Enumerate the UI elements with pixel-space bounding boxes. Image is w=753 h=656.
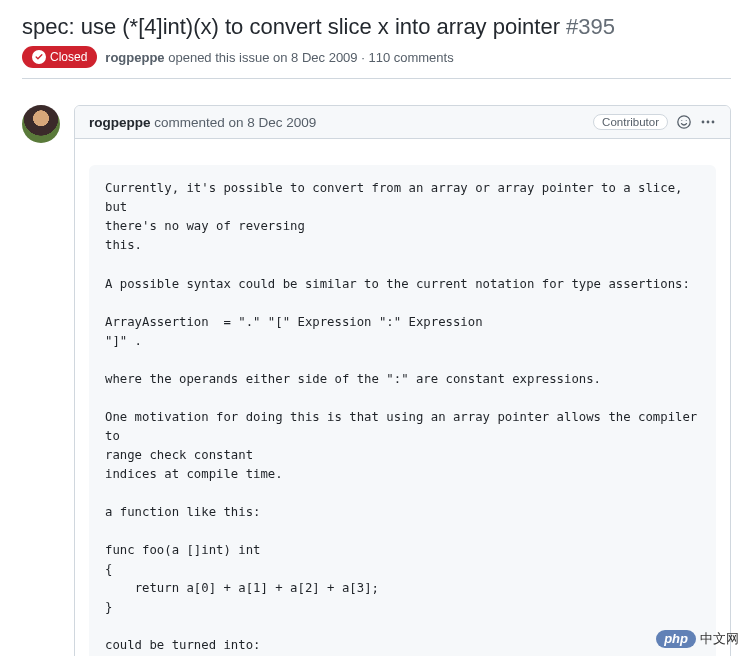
- issue-state-badge: Closed: [22, 46, 97, 68]
- issue-byline: rogpeppe opened this issue on 8 Dec 2009…: [105, 50, 453, 65]
- svg-point-0: [678, 116, 690, 128]
- issue-comment-count: 110 comments: [368, 50, 453, 65]
- svg-point-2: [686, 120, 687, 121]
- svg-point-3: [702, 121, 705, 124]
- react-icon[interactable]: [676, 114, 692, 130]
- comment-body: Currently, it's possible to convert from…: [75, 139, 730, 656]
- comment-header: rogpeppe commented on 8 Dec 2009 Contrib…: [75, 106, 730, 139]
- role-badge: Contributor: [593, 114, 668, 130]
- issue-state-label: Closed: [50, 50, 87, 64]
- watermark: php 中文网: [656, 630, 739, 648]
- svg-point-4: [707, 121, 710, 124]
- kebab-icon[interactable]: [700, 114, 716, 130]
- avatar[interactable]: [22, 105, 60, 143]
- comment-timestamp: commented on 8 Dec 2009: [154, 115, 316, 130]
- issue-number: #395: [566, 14, 615, 40]
- code-block: Currently, it's possible to convert from…: [89, 165, 716, 656]
- issue-meta-row: Closed rogpeppe opened this issue on 8 D…: [22, 46, 731, 79]
- svg-point-5: [712, 121, 715, 124]
- watermark-text: 中文网: [700, 630, 739, 648]
- issue-opened-text: opened this issue on 8 Dec 2009: [168, 50, 357, 65]
- comment-thread: rogpeppe commented on 8 Dec 2009 Contrib…: [22, 105, 731, 656]
- closed-icon: [32, 50, 46, 64]
- watermark-logo: php: [656, 630, 696, 648]
- comment-box: rogpeppe commented on 8 Dec 2009 Contrib…: [74, 105, 731, 656]
- issue-author-link[interactable]: rogpeppe: [105, 50, 164, 65]
- svg-point-1: [681, 120, 682, 121]
- issue-title: spec: use (*[4]int)(x) to convert slice …: [22, 14, 560, 40]
- comment-author-link[interactable]: rogpeppe: [89, 115, 151, 130]
